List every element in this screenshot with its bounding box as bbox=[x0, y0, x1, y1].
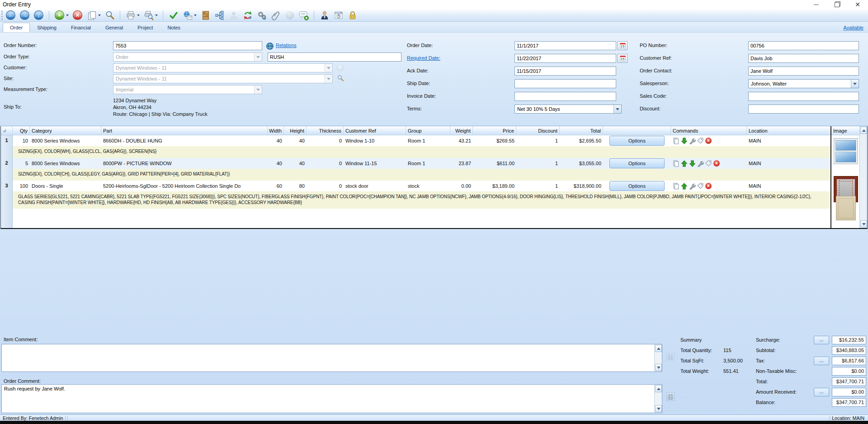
table-row[interactable]: 2 5 8000 Series Windows 8000PW - PICTURE… bbox=[1, 158, 830, 169]
header-weight[interactable]: Weight bbox=[450, 126, 473, 135]
tab-shipping[interactable]: Shipping bbox=[30, 23, 64, 32]
invoice-date-input[interactable] bbox=[514, 92, 616, 101]
order-date-calendar-button[interactable]: 15 bbox=[618, 41, 627, 50]
toolbar-grip[interactable] bbox=[1, 11, 3, 20]
print-button[interactable] bbox=[125, 10, 140, 20]
order-contact-input[interactable] bbox=[748, 67, 859, 76]
edit-options-wrench-icon[interactable] bbox=[697, 160, 704, 167]
discount-input[interactable] bbox=[748, 105, 859, 114]
scheduler-icon[interactable] bbox=[333, 10, 344, 20]
search-icon[interactable] bbox=[104, 10, 115, 20]
required-date-calendar-button[interactable]: 15 bbox=[618, 54, 627, 63]
chevron-down-icon[interactable] bbox=[137, 14, 140, 16]
restore-button[interactable] bbox=[826, 0, 847, 9]
options-button[interactable]: Options bbox=[609, 136, 665, 146]
header-qty[interactable]: Qty bbox=[13, 126, 30, 135]
order-comment-textarea[interactable]: Rush request by Jane Wolf. bbox=[1, 384, 662, 413]
forward-icon[interactable]: → bbox=[19, 10, 30, 20]
delete-icon[interactable]: × bbox=[72, 10, 83, 20]
relations-globe-icon[interactable] bbox=[264, 41, 275, 51]
ack-date-input[interactable] bbox=[514, 67, 616, 76]
send-email-button[interactable] bbox=[182, 10, 197, 20]
required-date-input[interactable] bbox=[514, 54, 616, 63]
print-preview-icon[interactable] bbox=[143, 10, 154, 20]
relations-tree-icon[interactable] bbox=[214, 10, 225, 20]
item-comment-textarea[interactable] bbox=[1, 344, 662, 372]
copy-icon[interactable] bbox=[88, 11, 95, 19]
move-up-icon[interactable] bbox=[681, 183, 688, 190]
scroll-up-icon[interactable] bbox=[860, 127, 867, 134]
add-item-button[interactable]: + bbox=[54, 10, 69, 20]
tab-project[interactable]: Project bbox=[130, 23, 160, 32]
copy-button[interactable] bbox=[86, 10, 101, 20]
edit-options-wrench-icon[interactable] bbox=[689, 183, 696, 190]
tax-ellipsis-button[interactable]: ... bbox=[814, 357, 829, 365]
relations-link[interactable]: Relations bbox=[276, 43, 297, 48]
header-commands[interactable]: Commands bbox=[671, 126, 747, 135]
header-width[interactable]: Width bbox=[268, 126, 284, 135]
order-date-input[interactable] bbox=[514, 41, 616, 50]
po-number-input[interactable] bbox=[748, 41, 859, 50]
tag-icon[interactable] bbox=[705, 160, 712, 167]
scroll-down-icon[interactable] bbox=[655, 364, 662, 371]
delete-item-icon[interactable]: × bbox=[713, 160, 720, 167]
tab-order[interactable]: Order bbox=[3, 23, 30, 32]
refresh-icon[interactable] bbox=[242, 10, 253, 20]
measurement-type-select[interactable]: Imperial bbox=[113, 85, 262, 94]
item-comment-scrollbar[interactable] bbox=[654, 344, 662, 372]
tag-icon[interactable] bbox=[697, 183, 704, 190]
move-down-icon[interactable] bbox=[681, 138, 688, 144]
header-thickness[interactable]: Thickness bbox=[307, 126, 344, 135]
surcharge-ellipsis-button[interactable]: ... bbox=[814, 336, 829, 344]
salesperson-select[interactable]: Johnson, Walter bbox=[748, 79, 859, 88]
print-preview-button[interactable] bbox=[143, 10, 158, 20]
delete-item-icon[interactable]: × bbox=[705, 138, 712, 144]
header-discount[interactable]: Discount bbox=[516, 126, 560, 135]
minimize-button[interactable] bbox=[806, 0, 826, 9]
scroll-down-icon[interactable] bbox=[655, 405, 662, 412]
lock-icon[interactable] bbox=[347, 10, 358, 20]
chevron-down-icon[interactable] bbox=[98, 14, 101, 16]
scroll-up-icon[interactable] bbox=[655, 345, 662, 352]
table-row[interactable]: 1 10 8000 Series Windows 8660DH - DOUBLE… bbox=[1, 135, 830, 146]
comment-grid-button[interactable] bbox=[666, 393, 675, 401]
print-icon[interactable] bbox=[125, 10, 136, 20]
table-row[interactable]: 3 100 Doors - Single 5200-Heirlooms-SglD… bbox=[1, 181, 830, 191]
select-all-cell[interactable] bbox=[1, 126, 13, 135]
options-button[interactable]: Options bbox=[609, 181, 665, 191]
customer-ref-input[interactable] bbox=[748, 54, 859, 63]
back-icon[interactable]: ← bbox=[5, 10, 16, 20]
rush-input[interactable] bbox=[268, 52, 401, 62]
header-customer-ref[interactable]: Customer Ref bbox=[344, 126, 406, 135]
scroll-down-icon[interactable] bbox=[860, 220, 867, 228]
order-type-select[interactable]: Order bbox=[113, 52, 262, 62]
attachment-icon[interactable] bbox=[270, 10, 281, 20]
download-icon[interactable]: ↓ bbox=[33, 10, 44, 20]
terms-select[interactable]: Net 30 10% 5 Days bbox=[514, 105, 622, 114]
chevron-down-icon[interactable] bbox=[194, 14, 197, 16]
confirm-icon[interactable] bbox=[168, 10, 179, 20]
sales-code-input[interactable] bbox=[748, 92, 859, 101]
header-group[interactable]: Group bbox=[406, 126, 450, 135]
header-total[interactable]: Total bbox=[560, 126, 603, 135]
move-down-icon[interactable] bbox=[689, 160, 696, 167]
order-comment-scrollbar[interactable] bbox=[654, 385, 662, 413]
site-select[interactable]: Dynamet Windows - 11 bbox=[113, 74, 333, 83]
header-part[interactable]: Part bbox=[101, 126, 268, 135]
add-comment-icon[interactable] bbox=[298, 10, 309, 20]
required-date-link[interactable]: Required Date: bbox=[407, 55, 440, 61]
customer-icon[interactable] bbox=[319, 10, 330, 20]
header-height[interactable]: Height bbox=[284, 126, 307, 135]
order-number-input[interactable] bbox=[113, 41, 262, 50]
chevron-down-icon[interactable] bbox=[66, 14, 69, 16]
copy-item-icon[interactable] bbox=[673, 183, 679, 190]
header-category[interactable]: Category bbox=[30, 126, 101, 135]
options-button[interactable]: Options bbox=[609, 158, 665, 168]
grid-vertical-scrollbar[interactable] bbox=[859, 126, 867, 228]
tag-icon[interactable] bbox=[697, 138, 704, 144]
scroll-up-icon[interactable] bbox=[655, 385, 662, 392]
send-email-icon[interactable] bbox=[182, 10, 193, 20]
tab-financial[interactable]: Financial bbox=[64, 23, 98, 32]
tab-general[interactable]: General bbox=[98, 23, 130, 32]
header-image[interactable]: Image bbox=[831, 126, 859, 135]
